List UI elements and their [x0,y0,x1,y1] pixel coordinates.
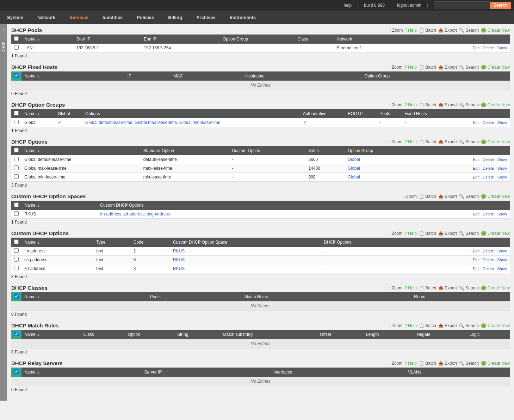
search-dhcp-pools[interactable]: 🔍 Search [459,28,479,33]
custom-options-link[interactable]: fm-address, zd-address, scg-address [100,212,170,217]
batch-dhcp-match-rules[interactable]: 📋 Batch [419,323,436,328]
search-custom-dhcp-options[interactable]: 🔍 Search [459,231,479,236]
select-all-dhcp-classes[interactable] [14,294,19,299]
edit-action[interactable]: Edit [473,120,479,125]
export-dhcp-option-groups[interactable]: 📤 Export [438,102,457,107]
help-custom-dhcp-options[interactable]: ? Help [404,231,417,236]
search-dhcp-fixed-hosts[interactable]: 🔍 Search [459,65,479,70]
delete-action[interactable]: Delete [483,249,494,253]
edit-action[interactable]: Edit [473,166,479,170]
row-checkbox[interactable] [14,174,19,179]
nav-identities[interactable]: Identities [95,11,130,24]
help-dhcp-option-groups[interactable]: ? Help [404,102,417,107]
row-checkbox[interactable] [14,120,19,124]
batch-dhcp-pools[interactable]: 📋 Batch [419,28,436,33]
help-dhcp-relay-servers[interactable]: ? Help [404,361,417,366]
batch-custom-dhcp-option-spaces[interactable]: 📋 Batch [419,194,436,199]
row-checkbox[interactable] [14,165,19,170]
search-dhcp-classes[interactable]: 🔍 Search [459,286,479,290]
delete-action[interactable]: Delete [483,267,494,271]
export-dhcp-relay-servers[interactable]: 📤 Export [438,361,457,366]
search-dhcp-options[interactable]: 🔍 Search [459,139,479,144]
delete-action[interactable]: Delete [483,212,494,216]
select-all-dhcp-fixed-hosts[interactable] [14,73,19,78]
show-action[interactable]: Show [497,212,507,216]
row-checkbox[interactable] [14,157,19,161]
delete-action[interactable]: Delete [483,166,494,170]
nav-system[interactable]: System [0,11,30,24]
create-new-dhcp-option-groups[interactable]: 🟢 Create New [481,102,510,107]
edit-action[interactable]: Edit [473,212,479,216]
create-new-dhcp-match-rules[interactable]: 🟢 Create New [481,323,510,328]
export-dhcp-fixed-hosts[interactable]: 📤 Export [438,65,457,70]
nav-policies[interactable]: Policies [130,11,161,24]
select-all-dhcp-pools[interactable] [14,36,19,41]
edit-action[interactable]: Edit [473,258,479,262]
global-search-input[interactable] [434,1,490,9]
show-action[interactable]: Show [497,258,507,262]
help-dhcp-fixed-hosts[interactable]: ? Help [404,65,417,70]
space-link[interactable]: RKUS [173,266,185,271]
row-checkbox[interactable] [14,266,19,270]
delete-action[interactable]: Delete [483,175,494,179]
select-all-dhcp-relay-servers[interactable] [14,369,19,374]
export-dhcp-match-rules[interactable]: 📤 Export [438,323,457,328]
option-group-link[interactable]: Global [348,166,360,171]
select-all-custom-dhcp-option-spaces[interactable] [14,202,19,207]
create-new-custom-dhcp-option-spaces[interactable]: 🟢 Create New [481,194,510,199]
delete-action[interactable]: Delete [483,157,494,162]
row-checkbox[interactable] [14,257,19,262]
show-action[interactable]: Show [497,267,507,271]
edit-action[interactable]: Edit [473,267,479,271]
search-dhcp-option-groups[interactable]: 🔍 Search [459,102,479,107]
search-custom-dhcp-option-spaces[interactable]: 🔍 Search [459,194,479,199]
batch-dhcp-relay-servers[interactable]: 📋 Batch [419,361,436,366]
select-all-custom-dhcp-options[interactable] [14,239,19,244]
show-action[interactable]: Show [497,166,507,170]
create-new-dhcp-fixed-hosts[interactable]: 🟢 Create New [481,65,510,70]
export-dhcp-classes[interactable]: 📤 Export [438,286,457,290]
sidebar-tab-dhcp[interactable]: DHCP [0,34,7,55]
edit-action[interactable]: Edit [473,157,479,162]
nav-network[interactable]: Network [30,11,62,24]
show-action[interactable]: Show [497,175,507,179]
zoom-custom-dhcp-options[interactable]: Zoom [389,231,403,236]
row-checkbox[interactable] [14,45,19,50]
delete-action[interactable]: Delete [483,120,494,125]
select-all-dhcp-option-groups[interactable] [14,111,19,115]
option-group-link[interactable]: Global [348,157,360,162]
edit-action[interactable]: Edit [473,175,479,179]
nav-services[interactable]: Services [63,11,96,24]
show-action[interactable]: Show [497,157,507,162]
global-search-button[interactable]: Search [490,2,511,9]
batch-dhcp-fixed-hosts[interactable]: 📋 Batch [419,65,436,70]
nav-instruments[interactable]: Instruments [223,11,263,24]
delete-action[interactable]: Delete [483,46,494,50]
edit-action[interactable]: Edit [473,46,479,50]
zoom-dhcp-fixed-hosts[interactable]: Zoom [389,65,403,70]
help-dhcp-classes[interactable]: ? Help [404,286,417,290]
search-dhcp-match-rules[interactable]: 🔍 Search [459,323,479,328]
nav-archives[interactable]: Archives [189,11,223,24]
create-new-custom-dhcp-options[interactable]: 🟢 Create New [481,231,510,236]
space-link[interactable]: RKUS [173,249,185,253]
nav-billing[interactable]: Billing [161,11,189,24]
export-custom-dhcp-options[interactable]: 📤 Export [438,231,457,236]
zoom-dhcp-classes[interactable]: Zoom [389,286,403,290]
zoom-dhcp-pools[interactable]: Zoom [389,28,403,33]
logout-link[interactable]: logout admin [397,3,421,8]
row-checkbox[interactable] [14,211,19,216]
edit-action[interactable]: Edit [473,249,479,253]
row-checkbox[interactable] [14,248,19,253]
export-custom-dhcp-option-spaces[interactable]: 📤 Export [438,194,457,199]
help-link[interactable]: help [343,3,352,8]
zoom-custom-dhcp-option-spaces[interactable]: Zoom [403,194,417,199]
batch-custom-dhcp-options[interactable]: 📋 Batch [419,231,436,236]
zoom-dhcp-match-rules[interactable]: Zoom [389,323,403,328]
zoom-dhcp-relay-servers[interactable]: Zoom [389,361,403,366]
help-dhcp-options[interactable]: ? Help [404,139,417,144]
space-link[interactable]: RKUS [173,257,185,262]
show-action[interactable]: Show [497,120,507,125]
batch-dhcp-option-groups[interactable]: 📋 Batch [419,102,436,107]
export-dhcp-pools[interactable]: 📤 Export [438,28,457,33]
